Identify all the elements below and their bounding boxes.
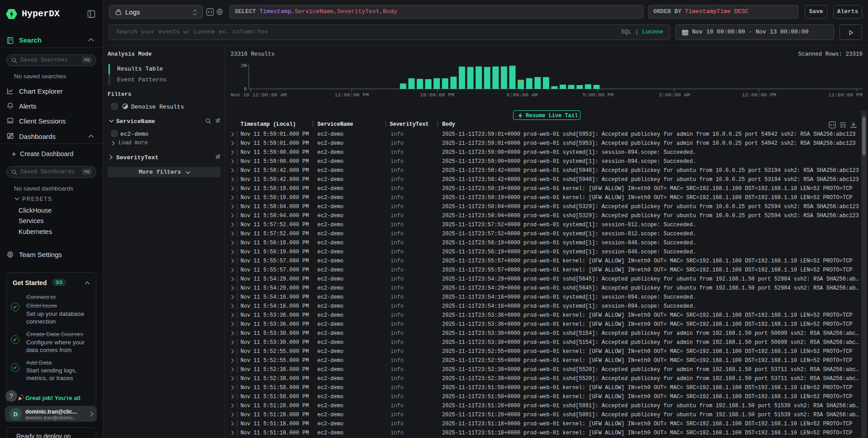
svg-text:12:00:00 PM: 12:00:00 PM xyxy=(335,92,369,98)
svg-text:10:00:00 PM: 10:00:00 PM xyxy=(420,92,454,98)
svg-text:0: 0 xyxy=(244,86,247,92)
svg-text:12:00:00 PM: 12:00:00 PM xyxy=(742,92,776,98)
svg-text:8:00:00 AM: 8:00:00 AM xyxy=(506,92,538,98)
svg-text:Nov 10 12:00:00 AM: Nov 10 12:00:00 AM xyxy=(231,92,287,98)
svg-text:11:00:00 PM: 11:00:00 PM xyxy=(828,92,863,98)
svg-text:2:00:00 AM: 2:00:00 AM xyxy=(659,92,690,98)
svg-text:5:00:00 PM: 5:00:00 PM xyxy=(582,92,613,98)
